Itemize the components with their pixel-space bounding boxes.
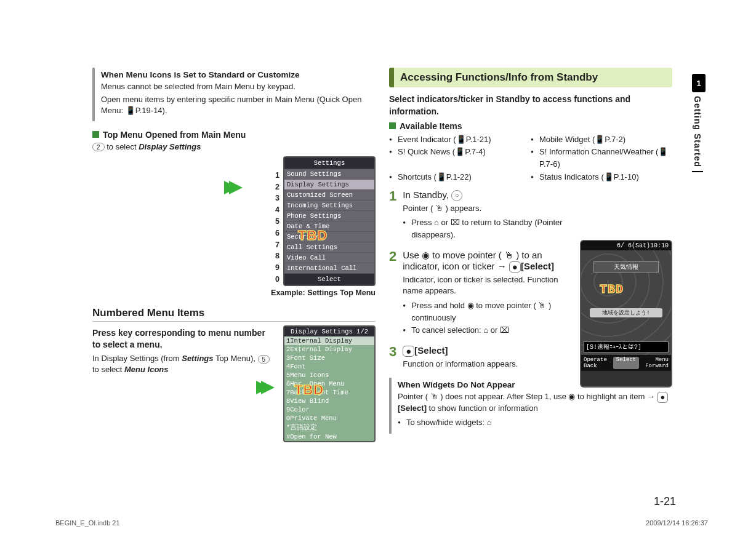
note-title: When Menu Icons is Set to Standard or Cu… bbox=[101, 70, 376, 79]
step-number: 3 bbox=[389, 345, 396, 372]
menu-row: 8View Blind bbox=[284, 397, 374, 405]
note-body: Pointer ( 🖱 ) does not appear. After Ste… bbox=[398, 391, 672, 414]
list-item: Press ⌂ or ⌧ to return to Standby (Point… bbox=[403, 217, 574, 241]
green-arrow-icon bbox=[261, 381, 275, 394]
page-number: 1-21 bbox=[654, 495, 676, 508]
side-tab: 1 Getting Started bbox=[692, 74, 708, 178]
softkey-bar: Operate Back Select Menu Forward bbox=[581, 355, 671, 371]
softkey-select: Select bbox=[284, 274, 374, 285]
print-footer: BEGIN_E_OI.indb 21 2009/12/14 16:26:37 bbox=[55, 519, 708, 527]
step-number: 1 bbox=[389, 189, 396, 244]
chapter-title-vertical: Getting Started bbox=[692, 92, 703, 172]
menu-row: International Call bbox=[284, 263, 374, 274]
left-column: When Menu Icons is Set to Standard or Cu… bbox=[92, 68, 376, 442]
chapter-number-tab: 1 bbox=[692, 74, 706, 92]
note-line2: Open menu items by entering specific num… bbox=[101, 94, 376, 116]
square-bullet-icon bbox=[389, 122, 396, 129]
footer-left: BEGIN_E_OI.indb 21 bbox=[55, 519, 120, 527]
press-key-body: In Display Settings (from Settings Top M… bbox=[92, 353, 275, 375]
center-key-icon: ● bbox=[403, 346, 414, 357]
menu-row: 1Internal Display bbox=[284, 336, 374, 345]
numbered-items-heading: Numbered Menu Items bbox=[92, 307, 376, 322]
menu-row: Call Settings bbox=[284, 242, 374, 253]
step-lead: ●[Select] bbox=[403, 345, 574, 357]
status-bar: 6/ 6(Sat)10:10 bbox=[581, 241, 671, 250]
step-note: Indicator, icon or ticker is selected. F… bbox=[403, 274, 574, 296]
step-lead: Use ◉ to move pointer ( 🖱 ) to an indica… bbox=[403, 250, 574, 272]
menu-row: Video Call bbox=[284, 253, 374, 263]
menu-row: 2External Display bbox=[284, 345, 374, 354]
softkey-right: Menu Forward bbox=[645, 357, 669, 369]
tbd-stamp: TBD bbox=[600, 282, 624, 296]
list-item: To cancel selection: ⌂ or ⌧ bbox=[403, 324, 574, 336]
list-item: Status Indicators (📱P.1-10) bbox=[531, 171, 672, 183]
phone-title: Display Settings 1/2 bbox=[284, 327, 374, 336]
footer-right: 2009/12/14 16:26:37 bbox=[646, 519, 708, 527]
center-key-icon: ● bbox=[509, 261, 521, 272]
list-item: Event Indicator (📱P.1-21) bbox=[389, 133, 531, 146]
center-key-icon: ● bbox=[657, 392, 668, 403]
menu-row: 5Menu Icons bbox=[284, 371, 374, 380]
phone-settings-screenshot: Settings Sound Settings Display Settings… bbox=[283, 156, 376, 286]
list-item: Press and hold ◉ to move pointer ( 🖱 ) c… bbox=[403, 300, 574, 324]
step-number: 2 bbox=[389, 250, 396, 339]
note-callout: When Menu Icons is Set to Standard or Cu… bbox=[92, 68, 376, 121]
key-5-icon: 5 bbox=[258, 355, 270, 364]
menu-row: Sound Settings bbox=[284, 169, 374, 180]
menu-row: 7Back Light Time bbox=[284, 388, 374, 397]
available-items-list: Event Indicator (📱P.1-21) Mobile Widget … bbox=[389, 133, 672, 183]
weather-widget: 天気情報 bbox=[593, 261, 659, 272]
phone-standby-screenshot: 6/ 6(Sat)10:10 天気情報 TBD 地域を設定しよう! [S!速報ﾆ… bbox=[580, 240, 672, 388]
menu-row: 3Font Size bbox=[284, 354, 374, 362]
softkey-center: Select bbox=[613, 357, 639, 369]
list-item: Mobile Widget (📱P.7-2) bbox=[531, 133, 672, 146]
step-3: 3 ●[Select] Function or information appe… bbox=[389, 345, 574, 372]
key-2-icon: 2 bbox=[92, 143, 105, 151]
note-line1: Menus cannot be selected from Main Menu … bbox=[101, 81, 376, 92]
news-ticker: [S!速報ﾆｭｰｽとは?] bbox=[584, 341, 669, 352]
green-arrow-icon bbox=[229, 181, 243, 194]
menu-row: *言語設定 bbox=[284, 423, 374, 432]
number-column: 1234567890 bbox=[275, 156, 279, 285]
step-note: Function or information appears. bbox=[403, 359, 574, 370]
menu-row: Date & Time bbox=[284, 221, 374, 232]
top-menu-heading: Top Menu Opened from Main Menu bbox=[92, 130, 376, 140]
step-lead: In Standby, ○ bbox=[403, 189, 574, 201]
softkey-left: Operate Back bbox=[584, 357, 607, 369]
top-menu-body: 2 to select Display Settings bbox=[92, 141, 376, 153]
menu-row: Customized Screen bbox=[284, 190, 374, 201]
list-item: S! Information Channel/Weather (📱P.7-6) bbox=[531, 146, 672, 170]
section-lead: Select indicators/ticker in Standby to a… bbox=[389, 93, 672, 117]
section-header-bar: Accessing Functions/Info from Standby bbox=[389, 68, 672, 87]
nav-key-icon: ○ bbox=[451, 190, 462, 201]
list-item: Shortcuts (📱P.1-22) bbox=[389, 171, 531, 183]
step-note: Pointer ( 🖱 ) appears. bbox=[403, 203, 574, 214]
list-item: S! Quick News (📱P.7-4) bbox=[389, 146, 531, 170]
list-item: To show/hide widgets: ⌂ bbox=[398, 416, 672, 429]
menu-row: 4Font bbox=[284, 362, 374, 371]
menu-row: #Open for New bbox=[284, 432, 374, 441]
menu-row: 6Hor. Open Menu bbox=[284, 380, 374, 388]
region-widget: 地域を設定しよう! bbox=[590, 308, 662, 317]
phone-display-settings-screenshot: Display Settings 1/2 1Internal Display 2… bbox=[283, 325, 376, 442]
square-bullet-icon bbox=[92, 131, 99, 138]
phone-title: Settings bbox=[284, 157, 374, 169]
menu-row: Incoming Settings bbox=[284, 201, 374, 211]
menu-row: 9Color bbox=[284, 405, 374, 414]
step-2: 2 Use ◉ to move pointer ( 🖱 ) to an indi… bbox=[389, 250, 574, 339]
right-column: Accessing Functions/Info from Standby Se… bbox=[389, 68, 672, 442]
step-1: 1 In Standby, ○ Pointer ( 🖱 ) appears. P… bbox=[389, 189, 574, 244]
menu-row: 0Private Menu bbox=[284, 414, 374, 423]
menu-row: Security bbox=[284, 232, 374, 242]
menu-row: Phone Settings bbox=[284, 211, 374, 221]
available-items-heading: Available Items bbox=[389, 121, 672, 131]
menu-row: Display Settings bbox=[284, 180, 374, 190]
figure-caption: Example: Settings Top Menu bbox=[92, 288, 376, 297]
press-key-heading: Press key corresponding to menu number t… bbox=[92, 327, 275, 351]
